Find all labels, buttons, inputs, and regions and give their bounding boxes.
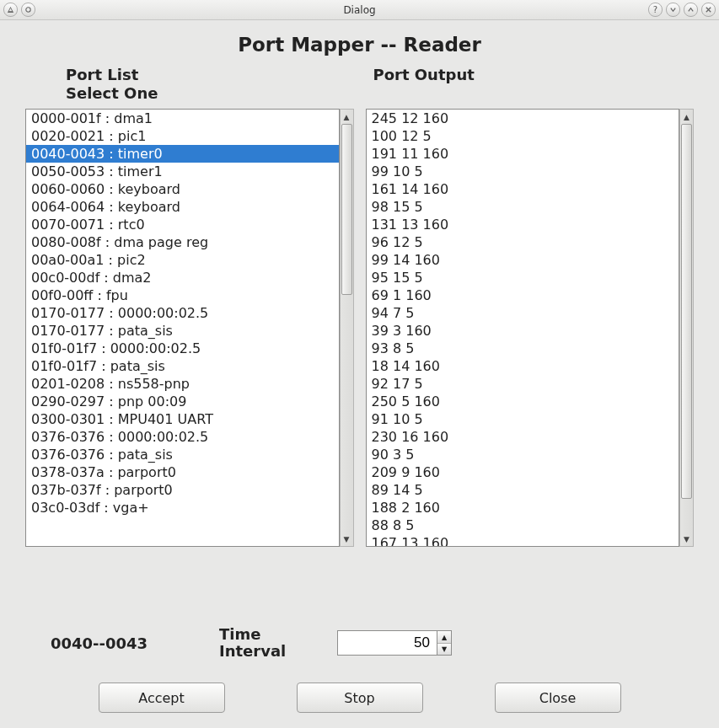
list-item[interactable]: 0040-0043 : timer0 <box>26 145 339 163</box>
help-icon[interactable]: ? <box>648 3 663 17</box>
list-item[interactable]: 0376-0376 : pata_sis <box>26 446 339 463</box>
sticky-icon[interactable] <box>21 3 35 17</box>
close-button[interactable]: Close <box>495 682 621 713</box>
output-line: 96 12 5 <box>367 233 679 251</box>
list-item[interactable]: 01f0-01f7 : 0000:00:02.5 <box>26 340 339 357</box>
list-item[interactable]: 0378-037a : parport0 <box>26 463 339 481</box>
port-output-label: Port Output <box>360 66 695 102</box>
output-line: 99 10 5 <box>367 163 679 180</box>
scroll-down-icon[interactable]: ▼ <box>680 532 693 546</box>
window-menu-icon[interactable] <box>3 3 18 17</box>
output-line: 99 14 160 <box>367 251 679 269</box>
output-line: 209 9 160 <box>367 463 679 481</box>
spin-down-icon[interactable]: ▼ <box>437 643 451 656</box>
output-line: 161 14 160 <box>367 180 679 198</box>
interval-input[interactable] <box>337 630 437 656</box>
list-item[interactable]: 037b-037f : parport0 <box>26 481 339 499</box>
list-item[interactable]: 0000-001f : dma1 <box>26 110 339 127</box>
dialog-client: Port Mapper -- Reader Port List Select O… <box>0 20 719 728</box>
port-output: 245 12 160100 12 5191 11 16099 10 5161 1… <box>366 109 680 547</box>
output-line: 100 12 5 <box>367 127 679 145</box>
output-line: 18 14 160 <box>367 357 679 375</box>
accept-button[interactable]: Accept <box>99 682 225 713</box>
output-line: 91 10 5 <box>367 410 679 428</box>
output-line: 167 13 160 <box>367 534 679 547</box>
list-item[interactable]: 0201-0208 : ns558-pnp <box>26 375 339 393</box>
output-line: 89 14 5 <box>367 481 679 499</box>
output-line: 92 17 5 <box>367 375 679 393</box>
list-item[interactable]: 01f0-01f7 : pata_sis <box>26 357 339 375</box>
page-title: Port Mapper -- Reader <box>238 34 481 56</box>
output-line: 69 1 160 <box>367 286 679 304</box>
list-item[interactable]: 0170-0177 : pata_sis <box>26 322 339 340</box>
output-line: 98 15 5 <box>367 198 679 216</box>
output-line: 93 8 5 <box>367 340 679 357</box>
list-item[interactable]: 00c0-00df : dma2 <box>26 269 339 286</box>
port-list-scrollbar[interactable]: ▲ ▼ <box>340 109 354 547</box>
window-title: Dialog <box>343 4 375 16</box>
port-list[interactable]: 0000-001f : dma10020-0021 : pic10040-004… <box>25 109 340 547</box>
window-titlebar: Dialog ? <box>0 0 719 20</box>
output-line: 131 13 160 <box>367 216 679 233</box>
output-line: 39 3 160 <box>367 322 679 340</box>
port-output-scrollbar[interactable]: ▲ ▼ <box>679 109 694 547</box>
list-item[interactable]: 0060-0060 : keyboard <box>26 180 339 198</box>
minimize-icon[interactable] <box>666 3 680 17</box>
port-list-label: Port List Select One <box>25 66 360 102</box>
output-line: 191 11 160 <box>367 145 679 163</box>
list-item[interactable]: 0070-0071 : rtc0 <box>26 216 339 233</box>
list-item[interactable]: 0170-0177 : 0000:00:02.5 <box>26 304 339 322</box>
output-line: 94 7 5 <box>367 304 679 322</box>
scroll-up-icon[interactable]: ▲ <box>680 110 693 124</box>
interval-label: Time Interval <box>219 626 320 661</box>
list-item[interactable]: 00f0-00ff : fpu <box>26 286 339 304</box>
list-item[interactable]: 0020-0021 : pic1 <box>26 127 339 145</box>
list-item[interactable]: 00a0-00a1 : pic2 <box>26 251 339 269</box>
stop-button[interactable]: Stop <box>297 682 423 713</box>
list-item[interactable]: 0300-0301 : MPU401 UART <box>26 410 339 428</box>
interval-spinner[interactable]: ▲ ▼ <box>337 630 452 656</box>
output-line: 188 2 160 <box>367 499 679 517</box>
list-item[interactable]: 03c0-03df : vga+ <box>26 499 339 517</box>
list-item[interactable]: 0376-0376 : 0000:00:02.5 <box>26 428 339 446</box>
list-item[interactable]: 0290-0297 : pnp 00:09 <box>26 393 339 410</box>
maximize-icon[interactable] <box>684 3 698 17</box>
list-item[interactable]: 0064-0064 : keyboard <box>26 198 339 216</box>
output-line: 245 12 160 <box>367 110 679 127</box>
output-line: 88 8 5 <box>367 517 679 534</box>
list-item[interactable]: 0080-008f : dma page reg <box>26 233 339 251</box>
scroll-up-icon[interactable]: ▲ <box>341 110 353 124</box>
output-line: 250 5 160 <box>367 393 679 410</box>
close-icon[interactable] <box>701 3 716 17</box>
spin-up-icon[interactable]: ▲ <box>437 631 451 643</box>
output-line: 90 3 5 <box>367 446 679 463</box>
output-line: 230 16 160 <box>367 428 679 446</box>
scroll-down-icon[interactable]: ▼ <box>341 532 353 546</box>
output-line: 95 15 5 <box>367 269 679 286</box>
list-item[interactable]: 0050-0053 : timer1 <box>26 163 339 180</box>
selected-range: 0040--0043 <box>51 634 219 652</box>
svg-point-0 <box>26 8 30 12</box>
